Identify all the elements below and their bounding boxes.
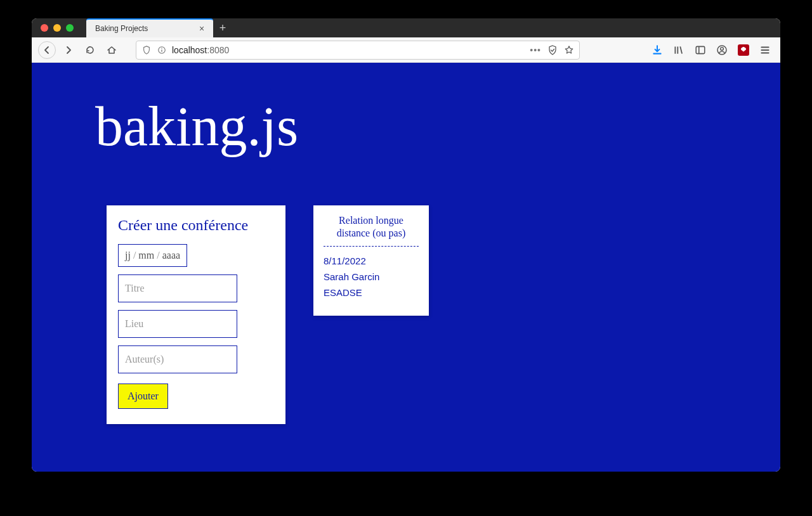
date-month-segment[interactable]: mm: [138, 250, 154, 261]
svg-point-2: [161, 48, 162, 49]
reload-button[interactable]: [81, 41, 99, 59]
home-icon: [107, 45, 117, 55]
menu-icon[interactable]: [759, 44, 771, 56]
ublock-icon[interactable]: [737, 44, 750, 56]
svg-line-6: [680, 46, 682, 53]
conference-title: Relation longue distance (ou pas): [324, 214, 419, 246]
tracking-shield-icon[interactable]: [141, 45, 152, 55]
maximize-window-button[interactable]: [66, 24, 74, 32]
conference-card[interactable]: Relation longue distance (ou pas) 8/11/2…: [313, 205, 429, 316]
title-input[interactable]: [118, 274, 237, 302]
traffic-lights: [32, 24, 74, 32]
site-logo: baking.js: [95, 94, 298, 158]
site-info-icon[interactable]: [157, 45, 167, 55]
page-actions-icon[interactable]: •••: [530, 45, 541, 55]
date-day-segment[interactable]: jj: [125, 250, 131, 261]
conference-author: Sarah Garcin: [324, 271, 419, 282]
reload-icon: [85, 45, 95, 55]
page-content: baking.js Créer une conférence jj / mm /…: [32, 63, 780, 472]
back-button[interactable]: [38, 41, 56, 59]
svg-rect-7: [696, 46, 705, 53]
browser-tab[interactable]: Baking Projects ×: [86, 18, 213, 37]
author-input[interactable]: [118, 345, 237, 373]
create-conference-card: Créer une conférence jj / mm / aaaa Ajou…: [107, 205, 285, 424]
conference-date: 8/11/2022: [324, 255, 419, 266]
browser-window: Baking Projects × + localhost:8080: [32, 18, 780, 472]
forward-button[interactable]: [60, 41, 77, 59]
date-input[interactable]: jj / mm / aaaa: [118, 244, 187, 267]
tab-strip: Baking Projects × +: [86, 18, 232, 37]
date-year-segment[interactable]: aaaa: [162, 250, 180, 261]
reader-shield-icon[interactable]: [547, 45, 558, 55]
create-heading: Créer une conférence: [118, 217, 274, 234]
sidebar-icon[interactable]: [694, 44, 707, 56]
url-bar[interactable]: localhost:8080 •••: [136, 41, 580, 60]
close-tab-icon[interactable]: ×: [197, 23, 207, 34]
close-window-button[interactable]: [41, 24, 48, 32]
new-tab-button[interactable]: +: [213, 18, 232, 37]
arrow-left-icon: [42, 45, 52, 55]
date-separator: /: [133, 250, 136, 261]
window-titlebar: Baking Projects × +: [32, 18, 780, 37]
library-icon[interactable]: [672, 44, 685, 56]
url-host: localhost:8080: [172, 45, 229, 55]
urlbar-actions: •••: [530, 45, 574, 55]
browser-toolbar: localhost:8080 •••: [32, 37, 780, 63]
add-button[interactable]: Ajouter: [118, 384, 168, 409]
tab-title: Baking Projects: [95, 24, 197, 33]
cards-row: Créer une conférence jj / mm / aaaa Ajou…: [107, 205, 429, 424]
conference-place: ESADSE: [324, 287, 419, 298]
bookmark-star-icon[interactable]: [564, 45, 574, 55]
account-icon[interactable]: [716, 44, 728, 56]
place-input[interactable]: [118, 310, 237, 338]
toolbar-right: [651, 44, 774, 56]
minimize-window-button[interactable]: [53, 24, 61, 32]
date-separator: /: [157, 250, 159, 261]
arrow-right-icon: [63, 45, 74, 55]
svg-point-10: [721, 47, 724, 50]
home-button[interactable]: [103, 41, 121, 59]
card-divider: [324, 246, 419, 247]
downloads-icon[interactable]: [651, 44, 664, 56]
